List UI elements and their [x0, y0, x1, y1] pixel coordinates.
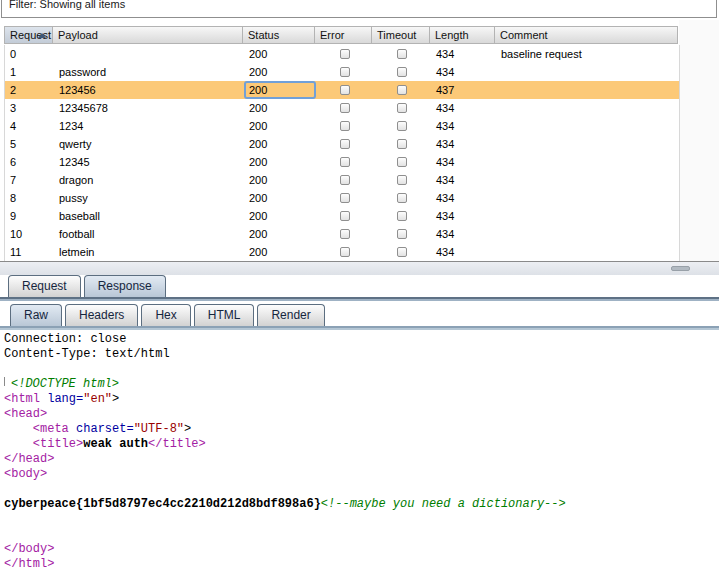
cell-length: 434	[431, 99, 496, 117]
cell-status: 200	[244, 207, 316, 225]
column-header-label: Length	[435, 29, 469, 41]
cell-request: 8	[5, 189, 54, 207]
response-line: Connection: close	[4, 332, 719, 347]
response-line: <meta charset="UTF-8">	[4, 422, 719, 437]
error-checkbox[interactable]	[340, 193, 350, 203]
error-checkbox[interactable]	[340, 175, 350, 185]
error-checkbox[interactable]	[340, 229, 350, 239]
table-row[interactable]: 2123456200437	[5, 81, 679, 99]
cell-timeout	[373, 81, 431, 99]
cell-status: 200	[244, 45, 316, 63]
column-header-timeout[interactable]: Timeout	[372, 26, 430, 44]
error-checkbox[interactable]	[340, 67, 350, 77]
cell-error	[316, 135, 373, 153]
response-line: <html lang="en">	[4, 392, 719, 407]
cell-request: 2	[5, 81, 54, 99]
error-checkbox[interactable]	[340, 139, 350, 149]
cell-error	[316, 207, 373, 225]
message-tab-request[interactable]: Request	[8, 275, 81, 297]
cell-timeout	[373, 153, 431, 171]
error-checkbox[interactable]	[340, 121, 350, 131]
timeout-checkbox[interactable]	[397, 175, 407, 185]
filter-status-text: Filter: Showing all items	[9, 0, 125, 10]
table-row[interactable]: 1password200434	[5, 63, 679, 81]
column-header-request[interactable]: Request	[4, 26, 53, 44]
column-header-status[interactable]: Status	[243, 26, 315, 44]
table-row[interactable]: 8pussy200434	[5, 189, 679, 207]
error-checkbox[interactable]	[340, 49, 350, 59]
cell-timeout	[373, 171, 431, 189]
cell-request: 9	[5, 207, 54, 225]
cell-comment	[496, 117, 679, 135]
filter-bar[interactable]: Filter: Showing all items	[1, 0, 717, 18]
timeout-checkbox[interactable]	[397, 67, 407, 77]
table-row[interactable]: 7dragon200434	[5, 171, 679, 189]
timeout-checkbox[interactable]	[397, 139, 407, 149]
message-tabbar: RequestResponse	[8, 275, 166, 297]
cell-length: 434	[431, 135, 496, 153]
response-line: <!DOCTYPE html>	[4, 377, 719, 392]
cell-payload: 12345	[54, 153, 244, 171]
table-row[interactable]: 312345678200434	[5, 99, 679, 117]
tab-label: Raw	[24, 308, 48, 322]
table-row[interactable]: 41234200434	[5, 117, 679, 135]
timeout-checkbox[interactable]	[397, 229, 407, 239]
cell-payload: qwerty	[54, 135, 244, 153]
cell-payload: letmein	[54, 243, 244, 261]
response-line: </head>	[4, 452, 719, 467]
column-header-length[interactable]: Length	[430, 26, 495, 44]
response-line	[4, 482, 719, 497]
view-tab-render[interactable]: Render	[257, 304, 324, 326]
cell-error	[316, 243, 373, 261]
column-header-comment[interactable]: Comment	[495, 26, 678, 44]
cell-length: 434	[431, 117, 496, 135]
response-line	[4, 527, 719, 542]
timeout-checkbox[interactable]	[397, 157, 407, 167]
table-row[interactable]: 11letmein200434	[5, 243, 679, 261]
timeout-checkbox[interactable]	[397, 103, 407, 113]
timeout-checkbox[interactable]	[397, 211, 407, 221]
table-row[interactable]: 0200434baseline request	[5, 45, 679, 63]
response-raw-view[interactable]: Connection: closeContent-Type: text/html…	[0, 330, 719, 580]
table-row[interactable]: 5qwerty200434	[5, 135, 679, 153]
cell-comment	[496, 81, 679, 99]
column-header-label: Status	[248, 29, 279, 41]
table-row[interactable]: 612345200434	[5, 153, 679, 171]
pane-splitter[interactable]	[0, 262, 719, 275]
error-checkbox[interactable]	[340, 85, 350, 95]
table-row[interactable]: 10football200434	[5, 225, 679, 243]
view-tab-raw[interactable]: Raw	[10, 304, 62, 326]
cell-status: 200	[244, 117, 316, 135]
timeout-checkbox[interactable]	[397, 193, 407, 203]
view-tab-html[interactable]: HTML	[194, 304, 255, 326]
cell-payload: pussy	[54, 189, 244, 207]
message-tab-response[interactable]: Response	[84, 275, 166, 297]
cell-request: 3	[5, 99, 54, 117]
table-row[interactable]: 9baseball200434	[5, 207, 679, 225]
timeout-checkbox[interactable]	[397, 247, 407, 257]
error-checkbox[interactable]	[340, 247, 350, 257]
view-tab-headers[interactable]: Headers	[65, 304, 138, 326]
splitter-grip-icon[interactable]	[671, 266, 690, 271]
cell-comment	[496, 153, 679, 171]
response-line	[4, 362, 719, 377]
tab-label: HTML	[208, 308, 241, 322]
response-line: Content-Type: text/html	[4, 347, 719, 362]
cell-length: 434	[431, 45, 496, 63]
timeout-checkbox[interactable]	[397, 49, 407, 59]
cell-payload: password	[54, 63, 244, 81]
error-checkbox[interactable]	[340, 211, 350, 221]
cell-payload: 1234	[54, 117, 244, 135]
tab-label: Render	[271, 308, 310, 322]
view-tab-hex[interactable]: Hex	[141, 304, 190, 326]
column-header-payload[interactable]: Payload	[53, 26, 243, 44]
timeout-checkbox[interactable]	[397, 85, 407, 95]
error-checkbox[interactable]	[340, 103, 350, 113]
cell-comment	[496, 135, 679, 153]
timeout-checkbox[interactable]	[397, 121, 407, 131]
cell-error	[316, 171, 373, 189]
error-checkbox[interactable]	[340, 157, 350, 167]
cell-error	[316, 81, 373, 99]
column-header-error[interactable]: Error	[315, 26, 372, 44]
tab-label: Response	[98, 279, 152, 293]
